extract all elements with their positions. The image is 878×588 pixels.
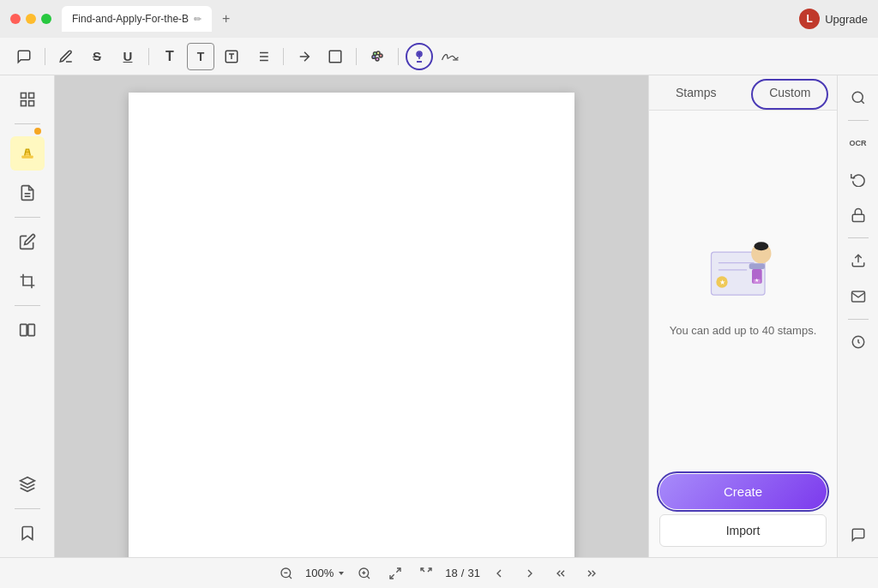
fit-width-icon[interactable]: [414, 561, 438, 585]
rotate-icon[interactable]: [843, 164, 874, 195]
upgrade-label: Upgrade: [825, 13, 868, 26]
divider-3: [283, 48, 284, 65]
security-icon[interactable]: [843, 200, 874, 231]
stamps-tabs: Stamps Custom: [649, 75, 837, 111]
thumbnails-icon[interactable]: [10, 82, 45, 117]
traffic-lights: [10, 14, 51, 24]
right-divider-2: [848, 237, 869, 238]
prev-page-icon[interactable]: [487, 561, 511, 585]
text-box-icon[interactable]: [218, 43, 245, 70]
sidebar-divider-3: [15, 305, 40, 306]
chat-icon[interactable]: [843, 519, 874, 550]
page-separator: /: [461, 567, 465, 579]
import-button[interactable]: Import: [659, 514, 827, 547]
svg-text:★: ★: [755, 278, 759, 283]
orange-dot: [34, 128, 41, 135]
tab-title: Find-and-Apply-For-the-B: [72, 13, 189, 25]
share-icon[interactable]: [843, 245, 874, 276]
minimize-button[interactable]: [26, 14, 36, 24]
ocr-icon[interactable]: OCR: [843, 128, 874, 159]
stamps-panel: Stamps Custom ★: [648, 75, 837, 557]
stamp-empty-text: You can add up to 40 stamps.: [670, 322, 817, 339]
divider-4: [356, 48, 357, 65]
tab-custom[interactable]: Custom: [743, 75, 838, 110]
active-tab[interactable]: Find-and-Apply-For-the-B ✏: [62, 6, 212, 32]
stamp-icon[interactable]: [406, 43, 433, 70]
zoom-in-icon[interactable]: [352, 561, 376, 585]
svg-line-45: [289, 576, 292, 579]
right-divider-3: [848, 319, 869, 320]
stamps-footer: Create Import: [649, 464, 837, 557]
zoom-out-icon[interactable]: [274, 561, 298, 585]
crop-icon[interactable]: [10, 264, 45, 298]
sidebar-divider-1: [15, 123, 40, 124]
svg-rect-20: [28, 101, 33, 106]
svg-point-15: [418, 52, 421, 55]
svg-marker-47: [339, 572, 344, 575]
svg-line-52: [397, 568, 401, 573]
toolbar: S U T T: [0, 38, 878, 75]
svg-rect-17: [21, 93, 26, 99]
save-icon[interactable]: [843, 327, 874, 357]
next-page-icon[interactable]: [518, 561, 542, 585]
fullscreen-button[interactable]: [41, 14, 51, 24]
svg-rect-26: [27, 324, 34, 335]
tab-area: Find-and-Apply-For-the-B ✏ +: [62, 6, 235, 32]
svg-marker-27: [20, 477, 34, 484]
compare-icon[interactable]: [10, 313, 45, 347]
svg-rect-8: [329, 51, 341, 63]
layers-icon[interactable]: [10, 467, 45, 501]
svg-point-12: [372, 55, 376, 58]
titlebar: Find-and-Apply-For-the-B ✏ + L Upgrade: [0, 0, 878, 38]
first-page-icon[interactable]: [549, 561, 573, 585]
svg-rect-21: [21, 156, 33, 159]
shape-icon[interactable]: [322, 43, 349, 70]
content-edit-icon[interactable]: [10, 225, 45, 259]
svg-line-40: [861, 100, 863, 103]
svg-rect-19: [21, 101, 26, 106]
stamp-illustration: ★ ★: [701, 235, 786, 312]
underline-icon[interactable]: U: [114, 43, 141, 70]
left-sidebar: [0, 75, 55, 557]
bookmark-icon[interactable]: [10, 516, 45, 550]
sidebar-divider-2: [15, 217, 40, 218]
avatar: L: [799, 9, 820, 29]
email-icon[interactable]: [843, 281, 874, 312]
divider-5: [398, 48, 399, 65]
edit-icon: ✏: [194, 14, 201, 25]
page-display: 18 / 31: [445, 567, 480, 579]
svg-point-34: [754, 243, 768, 251]
comment-icon[interactable]: [10, 43, 38, 70]
tab-stamps[interactable]: Stamps: [649, 75, 743, 110]
svg-line-49: [367, 576, 370, 579]
highlight-icon[interactable]: [10, 136, 45, 171]
svg-rect-18: [28, 93, 33, 99]
right-sidebar: OCR: [837, 75, 878, 557]
annotation-list-icon[interactable]: [10, 176, 45, 210]
fit-page-icon[interactable]: [383, 561, 407, 585]
pen-icon[interactable]: [52, 43, 80, 70]
divider-2: [148, 48, 149, 65]
sidebar-divider-4: [15, 508, 40, 509]
last-page-icon[interactable]: [580, 561, 604, 585]
text-format-icon[interactable]: T: [187, 43, 214, 70]
zoom-value: 100%: [305, 567, 334, 579]
close-button[interactable]: [10, 14, 21, 24]
text-icon[interactable]: T: [156, 43, 183, 70]
signature-icon[interactable]: [436, 43, 464, 70]
svg-point-39: [852, 92, 863, 102]
color-picker-icon[interactable]: [364, 43, 391, 70]
upgrade-button[interactable]: L Upgrade: [799, 9, 868, 29]
strikethrough-icon[interactable]: S: [83, 43, 111, 70]
zoom-display[interactable]: 100%: [305, 567, 346, 579]
page-total: 31: [467, 567, 479, 579]
svg-rect-35: [749, 264, 764, 270]
line-icon[interactable]: [291, 43, 318, 70]
list-icon[interactable]: [249, 43, 276, 70]
add-tab-button[interactable]: +: [217, 9, 235, 28]
create-button[interactable]: Create: [659, 474, 827, 509]
canvas-area: [55, 75, 648, 557]
divider-1: [45, 48, 45, 65]
svg-text:★: ★: [719, 279, 725, 287]
search-doc-icon[interactable]: [843, 82, 874, 113]
